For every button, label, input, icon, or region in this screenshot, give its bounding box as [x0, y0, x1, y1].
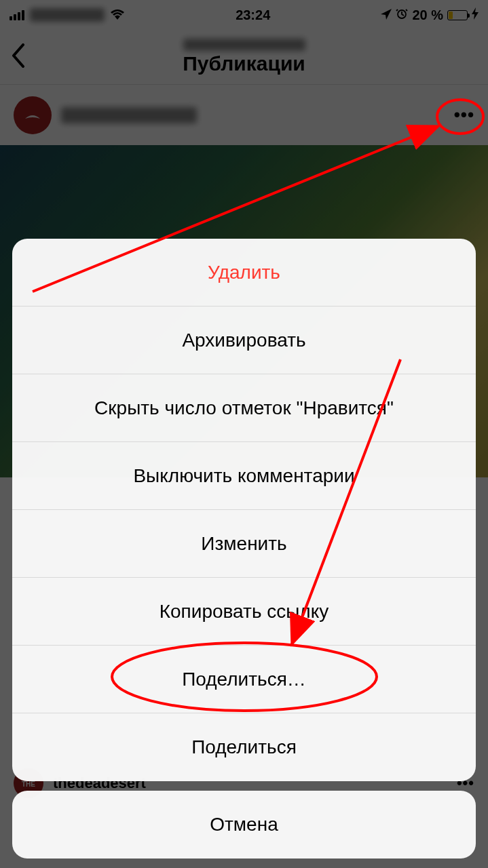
action-sheet: Удалить Архивировать Скрыть число отмето… — [12, 239, 476, 859]
edit-option[interactable]: Изменить — [12, 510, 476, 578]
share-option[interactable]: Поделиться — [12, 713, 476, 781]
cancel-button[interactable]: Отмена — [12, 791, 476, 859]
copy-link-option[interactable]: Копировать ссылку — [12, 578, 476, 646]
action-sheet-options: Удалить Архивировать Скрыть число отмето… — [12, 239, 476, 781]
hide-likes-option[interactable]: Скрыть число отметок "Нравится" — [12, 374, 476, 442]
archive-option[interactable]: Архивировать — [12, 307, 476, 374]
turn-off-comments-option[interactable]: Выключить комментарии — [12, 442, 476, 510]
action-sheet-cancel-group: Отмена — [12, 791, 476, 859]
delete-option[interactable]: Удалить — [12, 239, 476, 307]
share-to-option[interactable]: Поделиться… — [12, 646, 476, 713]
